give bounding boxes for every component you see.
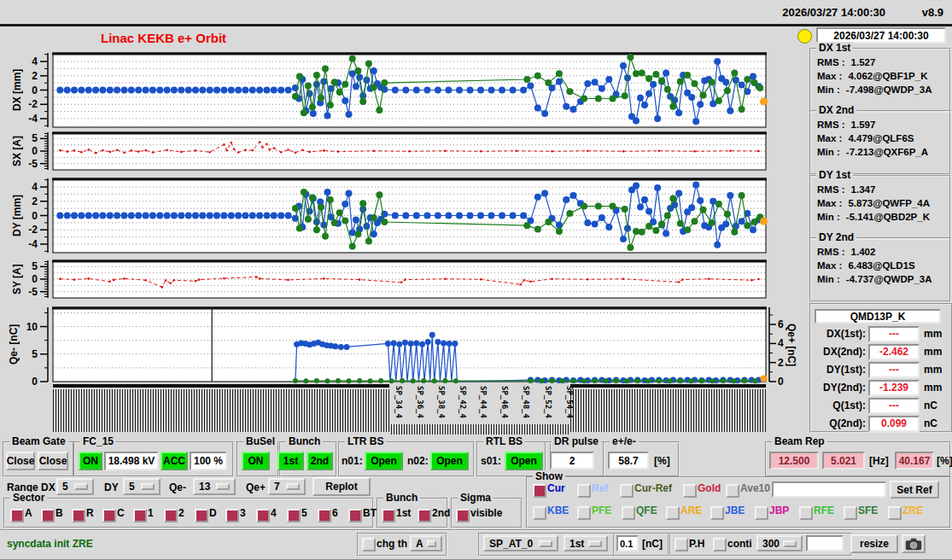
set-ref-button[interactable]: Set Ref: [890, 481, 939, 499]
beam-rep-hz-label: [Hz]: [869, 455, 889, 467]
bunch-1st-checkbox[interactable]: [382, 509, 395, 522]
sigma-visible-checkbox[interactable]: [456, 509, 470, 522]
xaxis-label-SP_38_4: SP_38_4: [437, 386, 446, 418]
magnet-value-field: ---: [868, 362, 920, 378]
dropdown-indicator-icon: [141, 483, 155, 490]
ratio-unit-label: [%]: [654, 455, 670, 467]
range-dy-value: 5: [129, 481, 135, 493]
beam-gate-close2-button[interactable]: Close: [38, 452, 68, 470]
sp-dropdown[interactable]: SP_AT_0: [483, 535, 558, 551]
busel-on-button[interactable]: ON: [242, 452, 270, 470]
sector-5-checkbox[interactable]: [287, 509, 301, 522]
conti-label: conti: [727, 538, 752, 550]
chg-th-checkbox[interactable]: [362, 538, 376, 551]
chart-sx[interactable]: 50-5: [0, 129, 798, 173]
sector-1-label: 1: [148, 507, 154, 519]
chart-dy[interactable]: 420-2-4: [0, 175, 798, 255]
show-qfe-checkbox[interactable]: [622, 506, 635, 520]
ltr-n01-open-button[interactable]: Open: [365, 452, 403, 470]
sector-bt-checkbox[interactable]: [348, 509, 362, 522]
bunch-2nd-checkbox[interactable]: [418, 509, 431, 522]
show-are-checkbox[interactable]: [666, 506, 680, 520]
fc15-on-button[interactable]: ON: [79, 452, 102, 470]
rtl-s01-open-button[interactable]: Open: [505, 452, 543, 470]
xaxis-label-SP_48_4: SP_48_4: [522, 386, 530, 418]
show-rfe-checkbox[interactable]: [799, 506, 813, 520]
beam-gate-close1-button[interactable]: Close: [6, 452, 35, 470]
sector-3-label: 3: [240, 507, 246, 519]
show-jbp-checkbox[interactable]: [755, 506, 768, 520]
show-kbe-checkbox[interactable]: [533, 506, 546, 520]
range-dy-dropdown[interactable]: 5: [123, 478, 161, 495]
range-qep-value: 7: [274, 481, 280, 493]
stat-max-value: 6.483@QLD1S: [848, 260, 914, 271]
titlebar-datetime: 2026/03/27 14:00:30: [782, 6, 885, 19]
sector-a-checkbox[interactable]: [10, 509, 24, 522]
conti-checkbox[interactable]: [713, 538, 727, 551]
range-qe-minus-dropdown[interactable]: 13: [193, 478, 236, 495]
svg-text:-4: -4: [28, 113, 38, 125]
page-title: Linac KEKB e+ Orbit: [101, 31, 226, 45]
stat-max-value: 5.873@QWFP_4A: [848, 198, 930, 208]
sector-b-checkbox[interactable]: [41, 509, 55, 522]
show-sfe-checkbox[interactable]: [844, 506, 857, 520]
show-zre-checkbox[interactable]: [888, 506, 902, 520]
resize-button[interactable]: resize: [850, 534, 898, 553]
show-cur-ref-checkbox[interactable]: [620, 484, 634, 498]
sector-3-checkbox[interactable]: [225, 509, 239, 522]
ref-name-input[interactable]: [772, 481, 886, 498]
show-cur-checkbox[interactable]: [533, 484, 546, 498]
channel-dropdown[interactable]: A: [410, 535, 442, 551]
svg-text:2: 2: [778, 357, 784, 369]
ratio-label: e+/e-: [610, 435, 639, 447]
rtl-s01-label: s01:: [481, 455, 501, 467]
count-dropdown[interactable]: 300: [756, 535, 803, 551]
range-dx-dropdown[interactable]: 5: [56, 478, 94, 495]
dropdown-indicator-icon: [74, 483, 88, 490]
magnet-value-row: DY(2nd):-1.239mm: [811, 379, 951, 396]
show-ave10-checkbox[interactable]: [726, 484, 739, 498]
show-gold-checkbox[interactable]: [683, 484, 697, 498]
show-ref-checkbox[interactable]: [577, 484, 591, 498]
show-zre-label: ZRE: [902, 505, 923, 516]
sector-r-checkbox[interactable]: [72, 509, 85, 522]
stat-box-dy-1st: DY 1stRMS :1.347Max :5.873@QWFP_4AMin :-…: [809, 175, 951, 240]
bunch-2nd-button[interactable]: 2nd: [307, 452, 333, 470]
show-pfe-checkbox[interactable]: [577, 506, 591, 520]
magnet-value-label: DY(2nd):: [811, 382, 866, 394]
chart-dx[interactable]: 420-2-4: [0, 50, 798, 130]
show-label: Show: [533, 470, 565, 482]
sector-c-checkbox[interactable]: [102, 509, 116, 522]
sector-2-checkbox[interactable]: [164, 509, 178, 522]
fc15-kv-field[interactable]: 18.498 kV: [104, 452, 159, 470]
replot-button[interactable]: Replot: [312, 477, 371, 496]
xaxis-label-SP_34_4: SP_34_4: [394, 386, 403, 418]
sector-4-checkbox[interactable]: [256, 509, 270, 522]
magnet-value-label: Q(2nd):: [811, 417, 866, 429]
fc15-duty-field[interactable]: 100 %: [190, 452, 227, 470]
bunch-1st-button[interactable]: 1st: [277, 452, 304, 470]
chart-qe[interactable]: 10506420: [0, 304, 798, 384]
ltr-n02-open-button[interactable]: Open: [430, 452, 469, 470]
sector-6-checkbox[interactable]: [318, 509, 331, 522]
svg-text:6: 6: [778, 318, 784, 330]
svg-text:4: 4: [32, 55, 38, 67]
sector-1-checkbox[interactable]: [133, 509, 147, 522]
sector-d-checkbox[interactable]: [195, 509, 208, 522]
sector-bt-label: BT: [363, 507, 377, 519]
free-input[interactable]: [806, 535, 844, 551]
fc15-acc-button[interactable]: ACC: [161, 452, 188, 470]
svg-text:-2: -2: [28, 98, 38, 110]
camera-button[interactable]: [902, 534, 926, 553]
chart-sy[interactable]: 50-5: [0, 257, 798, 301]
dr-pulse-field[interactable]: 2: [550, 452, 594, 470]
xaxis-label-SP_44_4: SP_44_4: [479, 386, 488, 418]
ratio-field[interactable]: 58.7: [608, 452, 649, 470]
threshold-input[interactable]: [616, 535, 639, 551]
ph-checkbox[interactable]: [675, 538, 688, 551]
range-qe-plus-dropdown[interactable]: 7: [268, 478, 306, 495]
bunch-dropdown[interactable]: 1st: [564, 535, 608, 551]
sector-6-label: 6: [332, 507, 338, 519]
magnet-value-label: DY(1st):: [811, 364, 866, 376]
show-jbe-checkbox[interactable]: [710, 506, 724, 520]
